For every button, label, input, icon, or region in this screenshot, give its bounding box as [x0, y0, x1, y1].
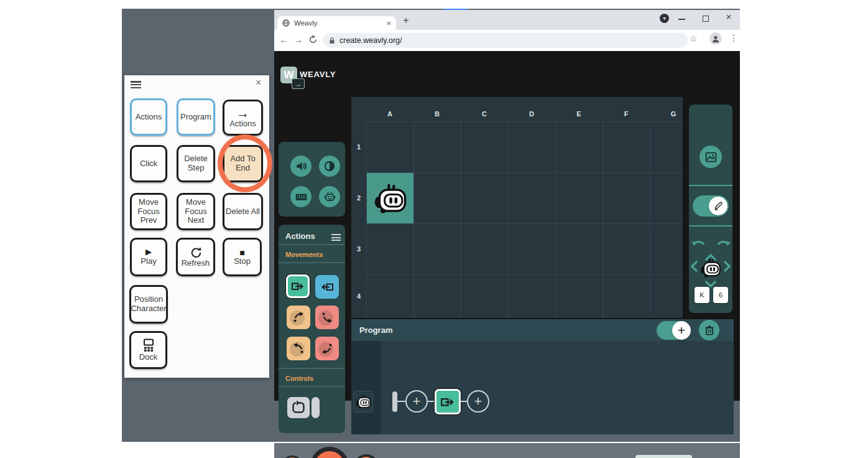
- weavly-logo-arrow-icon: →: [292, 78, 305, 89]
- program-character-button[interactable]: [353, 391, 373, 413]
- globe-favicon-icon: [282, 19, 290, 27]
- close-tab-icon[interactable]: ×: [386, 19, 391, 27]
- switch-position-character-button[interactable]: Position Character: [129, 285, 168, 324]
- scene-background-button[interactable]: [699, 146, 722, 168]
- switch-move-focus-prev-button[interactable]: Move Focus Prev: [130, 193, 167, 230]
- program-rail: [351, 341, 381, 434]
- forward-button[interactable]: →: [293, 34, 303, 45]
- browser-tab[interactable]: Weavly ×: [277, 16, 396, 30]
- stop-icon: ■: [239, 248, 244, 257]
- position-row-input[interactable]: 6: [713, 287, 728, 303]
- switch-delete-all-button[interactable]: Delete All: [223, 193, 263, 230]
- tab-title: Weavly: [294, 19, 382, 27]
- address-bar[interactable]: create.weavly.org/: [323, 33, 688, 48]
- new-tab-button[interactable]: +: [400, 15, 412, 26]
- turn-right-45-block[interactable]: [287, 306, 310, 329]
- switch-dock-button[interactable]: Dock: [129, 331, 167, 369]
- program-panel-header: Program +: [351, 319, 734, 341]
- play-button[interactable]: [310, 447, 349, 458]
- program-sequence-area: + +: [351, 341, 734, 434]
- panel-close-icon[interactable]: ×: [256, 77, 261, 88]
- weavly-logo-text: WEAVLY: [300, 70, 336, 79]
- turn-left-45-block[interactable]: [287, 337, 310, 360]
- character-cell[interactable]: [367, 173, 414, 224]
- scene-sidebar: K 6: [689, 105, 732, 313]
- move-backward-block[interactable]: [315, 275, 339, 299]
- scene-column-label: E: [555, 110, 603, 118]
- program-start-marker: [392, 391, 397, 412]
- character-select-button[interactable]: [319, 186, 340, 207]
- share-button[interactable]: Share: [635, 455, 692, 458]
- lock-icon: [329, 37, 335, 44]
- add-step-button[interactable]: +: [405, 390, 428, 413]
- scene-column-label: F: [603, 110, 650, 118]
- switch-refresh-button[interactable]: Refresh: [176, 238, 215, 276]
- delete-program-button[interactable]: [699, 320, 719, 340]
- scene-column-label: C: [461, 110, 508, 118]
- bookmark-star-icon[interactable]: ☆: [690, 34, 698, 44]
- maximize-button[interactable]: [703, 16, 709, 22]
- robot-character-icon: [356, 395, 371, 409]
- pencil-icon: [713, 200, 724, 212]
- add-node-toggle[interactable]: +: [657, 321, 690, 340]
- close-window-button[interactable]: ×: [724, 11, 734, 21]
- scene-row-label: 4: [353, 292, 365, 300]
- move-forward-block[interactable]: [286, 274, 310, 298]
- actions-panel-menu-icon[interactable]: [331, 233, 341, 242]
- browser-menu-icon[interactable]: ⋮: [729, 33, 738, 43]
- switch-actions-button[interactable]: Actions: [130, 98, 167, 136]
- switch-click-button[interactable]: Click: [130, 145, 167, 182]
- screenshot-root: Weavly × + ▼ × ← → create.weavly.org/ ☆ …: [0, 0, 868, 458]
- playback-bar: Share: [274, 443, 740, 458]
- scene-row-label: 2: [353, 194, 365, 202]
- switch-actions-arrow-button[interactable]: → Actions: [223, 100, 263, 136]
- move-left-button[interactable]: [691, 260, 698, 275]
- turn-right-90-block[interactable]: [315, 306, 339, 329]
- stop-button[interactable]: [354, 454, 379, 458]
- pen-mode-toggle[interactable]: [693, 195, 729, 217]
- reset-scene-button[interactable]: [281, 456, 303, 458]
- keyboard-shortcuts-button[interactable]: [290, 186, 312, 207]
- arrow-right-icon: →: [236, 106, 249, 119]
- loop-block[interactable]: [287, 397, 310, 418]
- browser-toolbar: ← → create.weavly.org/ ☆ ⋮: [274, 30, 740, 51]
- profile-avatar[interactable]: [709, 32, 722, 45]
- reload-button[interactable]: [308, 35, 318, 47]
- robot-character: [374, 183, 407, 214]
- switch-move-focus-next-button[interactable]: Move Focus Next: [177, 193, 215, 230]
- controls-section-label: Controls: [285, 375, 313, 382]
- refresh-icon: [190, 246, 202, 259]
- robot-character-icon: [700, 258, 721, 278]
- scene-column-label: A: [366, 110, 413, 118]
- redo-button[interactable]: [716, 236, 731, 249]
- minimize-button[interactable]: [678, 19, 685, 20]
- switch-program-button[interactable]: Program: [177, 98, 215, 136]
- contrast-icon: [323, 160, 336, 172]
- add-step-button[interactable]: +: [467, 390, 489, 413]
- back-button[interactable]: ←: [279, 34, 289, 45]
- actions-panel: Actions Movements Controls: [279, 225, 345, 433]
- browser-window: Weavly × + ▼ × ← → create.weavly.org/ ☆ …: [274, 9, 740, 442]
- actions-panel-title: Actions: [285, 231, 315, 241]
- panel-menu-icon[interactable]: [131, 80, 141, 90]
- redo-icon: [716, 236, 731, 246]
- audio-feedback-button[interactable]: [290, 156, 312, 177]
- chrome-update-icon[interactable]: ▼: [660, 14, 669, 23]
- plus-icon: +: [672, 321, 691, 340]
- position-column-input[interactable]: K: [695, 287, 709, 303]
- move-right-button[interactable]: [723, 260, 731, 275]
- switch-delete-step-button[interactable]: Delete Step: [177, 145, 215, 182]
- undo-button[interactable]: [691, 236, 706, 249]
- browser-tab-bar: Weavly × + ▼ ×: [274, 10, 740, 30]
- weavly-app: W → WEAVLY Actions: [274, 51, 740, 401]
- play-icon: ▶: [145, 248, 152, 257]
- scene-row-label: 1: [353, 143, 365, 151]
- switch-stop-button[interactable]: ■ Stop: [223, 238, 262, 276]
- program-step-forward-block[interactable]: [435, 389, 461, 414]
- scene-column-label: G: [650, 110, 683, 118]
- turn-left-90-block[interactable]: [315, 337, 339, 360]
- loop-end-block[interactable]: [312, 397, 320, 418]
- switch-play-button[interactable]: ▶ Play: [130, 238, 167, 276]
- theme-contrast-button[interactable]: [319, 156, 340, 177]
- movements-section-label: Movements: [285, 251, 323, 258]
